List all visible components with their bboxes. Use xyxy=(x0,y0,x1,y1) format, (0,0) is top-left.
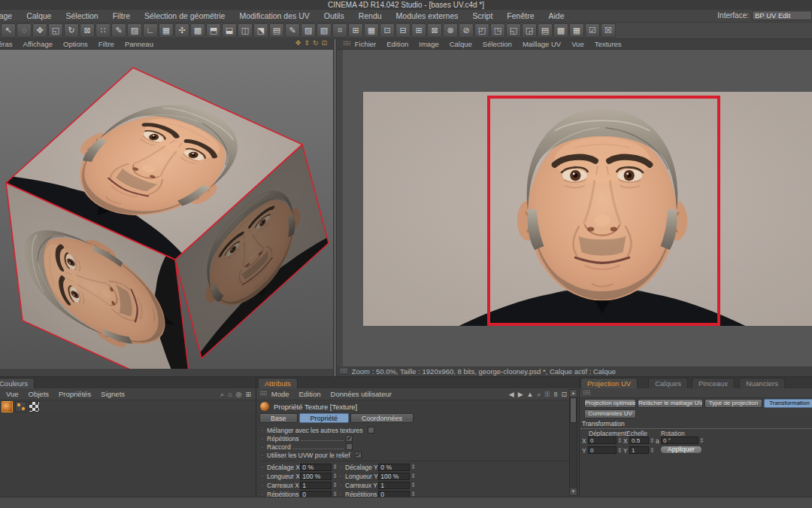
menu-item[interactable]: Aide xyxy=(549,11,565,20)
edge-mode-icon[interactable]: ∟ xyxy=(143,23,158,38)
panel-menu-icon[interactable]: ⊡ xyxy=(561,391,567,398)
materials-menu-item[interactable]: Vue xyxy=(6,390,19,398)
rotate-view-icon[interactable]: ↻ xyxy=(313,39,319,47)
uv-align-right-icon[interactable]: ◱ xyxy=(506,23,521,38)
texture-menu-item[interactable]: Vue xyxy=(571,40,584,48)
forward-icon[interactable]: ▶ xyxy=(518,391,523,398)
toggle-panel-icon[interactable]: ⊡ xyxy=(321,39,327,47)
grid-paint-icon[interactable]: ⊞ xyxy=(348,23,363,38)
polygon-mode-icon[interactable]: ▨ xyxy=(127,23,142,38)
menu-item[interactable]: Modification des UV xyxy=(239,11,309,20)
uv-relax-icon[interactable]: ▨ xyxy=(301,23,316,38)
texture-menu-item[interactable]: Textures xyxy=(595,40,622,48)
stepper-icon[interactable]: ⇕ xyxy=(699,437,704,444)
search-icon[interactable]: ⌕ xyxy=(220,391,224,398)
uv-max-stretch-icon[interactable]: ▩ xyxy=(553,23,568,38)
menu-item[interactable]: Calque xyxy=(26,11,51,20)
scrollbar-thumb[interactable] xyxy=(570,397,577,423)
uv-select-polygon-icon[interactable]: ⊞ xyxy=(411,23,426,38)
materials-menu-item[interactable]: Propriétés xyxy=(59,390,91,398)
scale-tool-icon[interactable]: ◱ xyxy=(48,23,63,38)
attribute-tab[interactable]: Propriété xyxy=(299,413,350,423)
field-input[interactable] xyxy=(378,482,410,489)
menu-item[interactable]: Modules externes xyxy=(396,11,459,20)
history-icon[interactable]: 8 xyxy=(553,391,557,398)
zoom-view-icon[interactable]: ⇕ xyxy=(304,39,310,47)
stepper-icon[interactable]: ⇕ xyxy=(617,447,623,454)
back-icon[interactable]: ◀ xyxy=(509,391,514,398)
projection-plane-icon[interactable]: ⬓ xyxy=(222,23,237,38)
pan-view-icon[interactable]: ✥ xyxy=(295,39,301,47)
viewport-menu-item[interactable]: Options xyxy=(63,40,88,48)
menu-item[interactable]: Image xyxy=(0,11,12,20)
checkbox[interactable] xyxy=(346,435,353,442)
materials-menu-item[interactable]: Objets xyxy=(29,390,49,398)
viewport-menu-item[interactable]: Filtre xyxy=(98,40,114,48)
stepper-icon[interactable]: ⇕ xyxy=(332,473,338,479)
filter-icon[interactable]: ◎ xyxy=(236,391,242,398)
viewport-3d-canvas[interactable] xyxy=(0,50,333,369)
menu-item[interactable]: Sélection de géométrie xyxy=(144,11,225,20)
dy-input[interactable] xyxy=(588,446,617,454)
menu-item[interactable]: Fenêtre xyxy=(507,11,534,20)
projection-box-icon[interactable]: ◫ xyxy=(238,23,253,38)
stepper-icon[interactable]: ⇕ xyxy=(650,447,655,454)
texture-menu-item[interactable]: Edition xyxy=(386,40,408,48)
uv-select-edge-icon[interactable]: ⊟ xyxy=(395,23,411,38)
texture-menu-item[interactable]: Image xyxy=(419,40,438,48)
uv-align-left-icon[interactable]: ◰ xyxy=(474,23,489,38)
projection-cube-icon[interactable]: ⬒ xyxy=(206,23,221,38)
keyframe-dot-icon[interactable] xyxy=(261,437,264,440)
rotation-input[interactable] xyxy=(661,437,698,444)
texture-view-canvas[interactable] xyxy=(337,50,812,367)
field-input[interactable] xyxy=(378,473,410,480)
menu-item[interactable]: Rendu xyxy=(359,11,382,20)
field-input[interactable] xyxy=(300,464,332,471)
attributes-menu-item[interactable]: Mode xyxy=(271,390,289,398)
stepper-icon[interactable]: ⇕ xyxy=(617,437,623,444)
attributes-menu-item[interactable]: Edition xyxy=(298,390,320,398)
viewport-menu-item[interactable]: Affichage xyxy=(23,40,53,48)
keyframe-dot-icon[interactable] xyxy=(261,429,264,432)
uv-smooth-icon[interactable]: ▧ xyxy=(317,23,332,38)
stepper-icon[interactable]: ⇕ xyxy=(650,437,655,444)
projection-cylinder-icon[interactable]: ⬔ xyxy=(253,23,268,38)
uv-grid-icon[interactable]: ▦ xyxy=(364,23,379,38)
projection-button[interactable]: Relâcher le maillage UV xyxy=(638,399,703,408)
commandes-uv-button[interactable]: Commandes UV xyxy=(584,409,636,418)
search-icon[interactable]: ⌕ xyxy=(538,391,541,398)
axis-lock-icon[interactable]: ⊠ xyxy=(80,23,95,38)
stepper-icon[interactable]: ⇕ xyxy=(332,464,338,470)
uv-polygon-mode-icon[interactable]: ▦ xyxy=(159,23,174,38)
menu-item[interactable]: Outils xyxy=(324,11,344,20)
keyframe-dot-icon[interactable] xyxy=(339,475,342,478)
texture-menu-item[interactable]: Sélection xyxy=(483,40,512,48)
keyframe-dot-icon[interactable] xyxy=(339,493,342,496)
appliquer-button[interactable]: Appliquer xyxy=(660,446,702,454)
uv-checker-icon[interactable]: ▤ xyxy=(269,23,284,38)
stepper-icon[interactable]: ⇕ xyxy=(332,482,338,488)
keyframe-dot-icon[interactable] xyxy=(261,466,264,469)
projection-button[interactable]: Transformation xyxy=(764,399,812,408)
keyframe-dot-icon[interactable] xyxy=(261,446,264,449)
dx-input[interactable] xyxy=(588,437,617,444)
menu-item[interactable]: Filtre xyxy=(113,11,130,20)
grid-snap-icon[interactable]: ⌗ xyxy=(332,23,347,38)
uv-deselect-icon[interactable]: ⊘ xyxy=(459,23,474,38)
menu-item[interactable]: Sélection xyxy=(65,11,98,20)
texture-menu-item[interactable]: Maillage UV xyxy=(523,40,561,48)
projection-button[interactable]: Projection optimale xyxy=(584,399,636,408)
uv-select-island-icon[interactable]: ⊠ xyxy=(427,23,442,38)
attribute-tab[interactable]: Coordonnées xyxy=(350,413,414,423)
projection-tab[interactable]: Nuanciers xyxy=(739,378,785,388)
field-input[interactable] xyxy=(378,464,410,471)
move-tool-icon[interactable]: ✥ xyxy=(32,23,47,38)
home-icon[interactable]: ⌂ xyxy=(228,391,232,398)
drag-handle-icon[interactable]: ⠿⠿ xyxy=(259,391,267,397)
uv-apply-icon[interactable]: ☑ xyxy=(585,23,600,38)
uv-select-point-icon[interactable]: ⊡ xyxy=(380,23,395,38)
uv-selection-rectangle[interactable] xyxy=(487,96,720,326)
attribute-tab[interactable]: Base xyxy=(259,413,298,423)
live-selection-icon[interactable]: ◌ xyxy=(17,23,32,38)
keyframe-dot-icon[interactable] xyxy=(261,484,264,487)
